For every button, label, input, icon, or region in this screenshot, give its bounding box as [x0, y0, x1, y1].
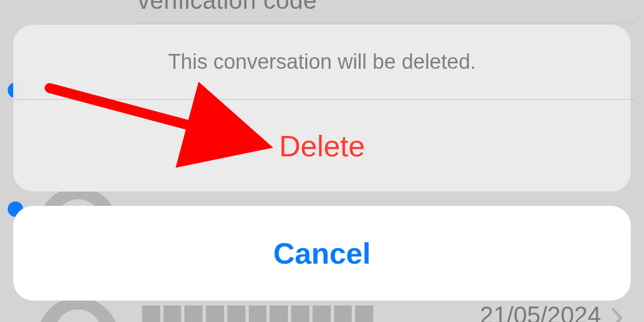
partial-message-text: veriﬁcation code	[138, 0, 317, 14]
row-divider	[137, 22, 635, 23]
action-sheet: This conversation will be deleted. Delet…	[13, 25, 631, 192]
conversation-date-label: 21/05/2024	[480, 302, 601, 322]
action-sheet-message: This conversation will be deleted.	[13, 25, 631, 99]
chevron-right-icon	[611, 307, 624, 322]
cancel-button[interactable]: Cancel	[13, 206, 631, 301]
contact-avatar	[37, 297, 119, 322]
redacted-message-preview	[142, 305, 373, 322]
avatar-silhouette-head	[55, 309, 101, 322]
delete-button[interactable]: Delete	[13, 100, 631, 192]
